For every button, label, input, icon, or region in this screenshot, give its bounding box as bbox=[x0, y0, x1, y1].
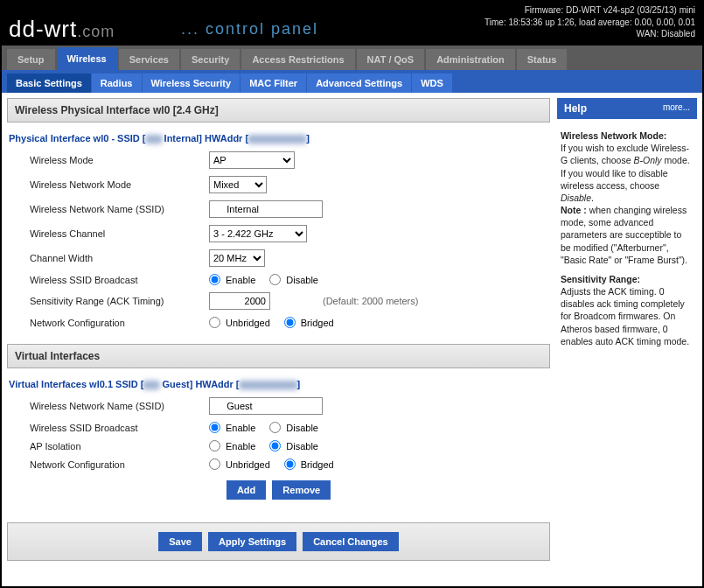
subtab-radius[interactable]: Radius bbox=[92, 74, 142, 93]
wireless-mode-label: Wireless Mode bbox=[30, 155, 209, 165]
help-header: Help more... bbox=[557, 98, 697, 119]
sensitivity-hint: (Default: 2000 meters) bbox=[323, 296, 418, 306]
logo-text: dd-wrt.com bbox=[9, 18, 151, 40]
vnetcfg-unbridged-radio[interactable]: Unbridged bbox=[209, 458, 270, 470]
vbroadcast-disable-radio[interactable]: Disable bbox=[269, 422, 318, 433]
tab-security[interactable]: Security bbox=[181, 49, 240, 70]
tab-setup[interactable]: Setup bbox=[7, 49, 55, 70]
wan-line: WAN: Disabled bbox=[484, 28, 695, 40]
section-physical-title: Wireless Physical Interface wl0 [2.4 GHz… bbox=[7, 98, 550, 122]
remove-button[interactable]: Remove bbox=[272, 480, 331, 500]
help-p2: Adjusts the ACK timing. 0 disables ack t… bbox=[561, 285, 694, 347]
sensitivity-input[interactable] bbox=[209, 292, 270, 310]
subtab-basic-settings[interactable]: Basic Settings bbox=[7, 74, 91, 93]
section-virtual-title: Virtual Interfaces bbox=[7, 344, 550, 368]
time-line: Time: 18:53:36 up 1:26, load average: 0.… bbox=[484, 17, 695, 29]
channel-label: Wireless Channel bbox=[30, 228, 209, 239]
sensitivity-label: Sensitivity Range (ACK Timing) bbox=[30, 296, 209, 306]
tab-status[interactable]: Status bbox=[517, 49, 568, 70]
channel-select[interactable]: 3 - 2.422 GHz bbox=[209, 225, 307, 242]
save-button[interactable]: Save bbox=[158, 532, 202, 551]
help-more-link[interactable]: more... bbox=[663, 102, 690, 115]
footer-buttons: Save Apply Settings Cancel Changes bbox=[7, 522, 550, 561]
channel-width-label: Channel Width bbox=[30, 253, 209, 263]
apiso-label: AP Isolation bbox=[30, 441, 209, 452]
ssid-input[interactable] bbox=[209, 200, 323, 218]
vnetcfg-label: Network Configuration bbox=[30, 459, 209, 470]
apiso-enable-radio[interactable]: Enable bbox=[209, 440, 255, 452]
tab-administration[interactable]: Administration bbox=[426, 49, 515, 70]
subtab-advanced-settings[interactable]: Advanced Settings bbox=[307, 74, 411, 93]
vbroadcast-label: Wireless SSID Broadcast bbox=[30, 423, 209, 433]
help-h2: Sensitivity Range: bbox=[561, 273, 694, 285]
tab-wireless[interactable]: Wireless bbox=[57, 47, 117, 70]
firmware-line: Firmware: DD-WRT v24-sp2 (03/25/13) mini bbox=[484, 4, 695, 17]
control-panel-label: ... control panel bbox=[181, 20, 318, 38]
top-bar: dd-wrt.com ... control panel Firmware: D… bbox=[2, 2, 702, 46]
main-tabs: Setup Wireless Services Security Access … bbox=[2, 46, 702, 70]
broadcast-disable-radio[interactable]: Disable bbox=[269, 274, 318, 285]
netcfg-label: Network Configuration bbox=[30, 318, 209, 328]
ssid-broadcast-label: Wireless SSID Broadcast bbox=[30, 275, 209, 285]
subtab-wireless-security[interactable]: Wireless Security bbox=[143, 74, 240, 93]
help-p1: If you wish to exclude Wireless-G client… bbox=[561, 142, 694, 266]
ssid-label: Wireless Network Name (SSID) bbox=[30, 204, 209, 214]
netcfg-unbridged-radio[interactable]: Unbridged bbox=[209, 317, 270, 328]
help-h1: Wireless Network Mode: bbox=[561, 130, 694, 142]
network-mode-label: Wireless Network Mode bbox=[30, 179, 209, 190]
tab-nat-qos[interactable]: NAT / QoS bbox=[357, 49, 425, 70]
broadcast-enable-radio[interactable]: Enable bbox=[209, 274, 255, 285]
add-button[interactable]: Add bbox=[227, 480, 266, 500]
help-body: Wireless Network Mode: If you wish to ex… bbox=[557, 119, 697, 361]
physical-iface-heading: Physical Interface wl0 - SSID [▮▮▮ Inter… bbox=[9, 130, 548, 148]
tab-services[interactable]: Services bbox=[119, 49, 179, 70]
status-lines: Firmware: DD-WRT v24-sp2 (03/25/13) mini… bbox=[484, 4, 695, 40]
sub-tabs: Basic Settings Radius Wireless Security … bbox=[2, 70, 702, 93]
vssid-label: Wireless Network Name (SSID) bbox=[30, 401, 209, 411]
cancel-changes-button[interactable]: Cancel Changes bbox=[303, 532, 399, 551]
tab-access-restrictions[interactable]: Access Restrictions bbox=[241, 49, 354, 70]
netcfg-bridged-radio[interactable]: Bridged bbox=[284, 317, 334, 328]
channel-width-select[interactable]: 20 MHz bbox=[209, 249, 265, 267]
network-mode-select[interactable]: Mixed bbox=[209, 176, 267, 193]
wireless-mode-select[interactable]: AP bbox=[209, 151, 295, 169]
subtab-wds[interactable]: WDS bbox=[412, 74, 452, 93]
vssid-input[interactable] bbox=[209, 397, 323, 415]
vbroadcast-enable-radio[interactable]: Enable bbox=[209, 422, 255, 433]
apply-settings-button[interactable]: Apply Settings bbox=[208, 532, 296, 551]
subtab-mac-filter[interactable]: MAC Filter bbox=[240, 74, 306, 93]
virtual-iface-heading: Virtual Interfaces wl0.1 SSID [▮▮▮ Guest… bbox=[9, 375, 548, 394]
vnetcfg-bridged-radio[interactable]: Bridged bbox=[284, 458, 334, 470]
help-title: Help bbox=[564, 102, 587, 115]
apiso-disable-radio[interactable]: Disable bbox=[269, 440, 318, 452]
